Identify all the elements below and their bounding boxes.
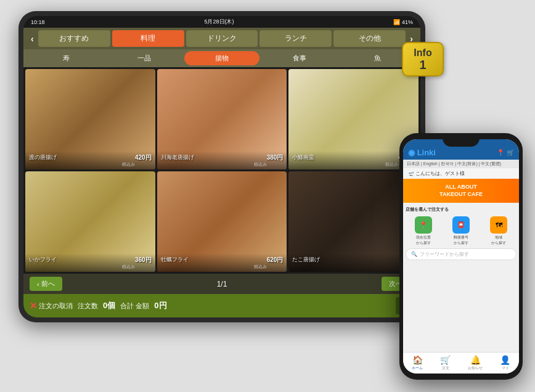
location-icon-circle: 📍	[415, 216, 432, 234]
phone-icon-region[interactable]: 🗺 地域から探す	[490, 216, 507, 246]
phone-nav-notice[interactable]: 🔔 お知らせ	[468, 355, 483, 371]
cat-prev-arrow[interactable]: ‹	[28, 34, 36, 44]
status-bar: 10:18 5月28日(木) 📶 41%	[23, 16, 420, 28]
region-icon-label: 地域から探す	[491, 235, 506, 246]
food-item-ebi[interactable]: 380円 川海老唐揚げ 税込み	[157, 69, 287, 169]
phone-nav-my[interactable]: 👤 マイ	[500, 355, 510, 371]
sub-category-nav: 寿 一品 揚物 食事 魚	[23, 49, 420, 67]
cancel-label: 注文の取消	[39, 301, 73, 311]
cat-btn-lunch[interactable]: ランチ	[259, 30, 332, 47]
notice-icon: 🔔	[470, 355, 481, 365]
linko-logo: ◉ Linki	[408, 148, 436, 157]
sub-btn-shokuji[interactable]: 食事	[262, 51, 337, 65]
food-name-ika: いかフライ	[29, 256, 152, 264]
tablet-screen: 10:18 5月28日(木) 📶 41% ‹ おすすめ 料理 ドリンク ランチ …	[23, 16, 420, 317]
order-total-label: 合計 金額	[120, 301, 149, 311]
tablet: 10:18 5月28日(木) 📶 41% ‹ おすすめ 料理 ドリンク ランチ …	[18, 11, 425, 322]
nav-my-label: マイ	[502, 365, 509, 371]
food-name-karaage: 渡の唐揚げ	[29, 153, 152, 161]
lang-options: 日本語 | English | 한국어 | 中文(简体) | 中文(繁體)	[407, 161, 501, 167]
search-placeholder: フリーワードから探す	[420, 251, 469, 258]
cat-btn-other[interactable]: その他	[333, 30, 406, 47]
wifi-icon: 📶	[393, 19, 400, 25]
phone-notch	[443, 133, 480, 147]
sub-btn-ippin[interactable]: 一品	[106, 51, 181, 65]
phone-bottom-nav: 🏠 ホーム 🛒 注文 🔔 お知らせ 👤 マイ	[403, 352, 519, 374]
greeting-icon: 🛫	[408, 171, 414, 176]
phone-content: 店舗を選んで注文する 📍 現在位置から探す 📮 郵便番号から探す 🗺 地域から探…	[403, 203, 519, 352]
smartphone: ◉ Linki 📍 🛒 日本語 | English | 한국어 | 中文(简体)…	[399, 133, 523, 380]
order-bar: ✕ 注文の取消 注文数 0個 合計 金額 0円 注	[23, 294, 420, 317]
phone-icons-row: 📍 現在位置から探す 📮 郵便番号から探す 🗺 地域から探す	[406, 216, 517, 246]
prev-arrow-icon: ‹	[37, 280, 39, 288]
food-price-karaage: 420円	[135, 153, 152, 162]
food-price-ika: 360円	[135, 256, 152, 264]
food-name-nanban: 小鯵南蛮	[292, 153, 415, 161]
food-name-ebi: 川海老唐揚げ	[161, 153, 284, 161]
status-time: 10:18	[31, 19, 45, 25]
linko-accent: ◉	[408, 148, 415, 157]
phone-search-bar[interactable]: 🔍 フリーワードから探す	[406, 248, 517, 260]
phone-lang-bar: 日本語 | English | 한국어 | 中文(简体) | 中文(繁體)	[403, 160, 519, 168]
food-pricesub-kaki: 税込み	[161, 264, 284, 270]
status-date: 5月28日(木)	[204, 18, 234, 26]
phone-banner: ALL ABOUT TAKEOUT CAFE	[403, 179, 519, 203]
main-category-nav: ‹ おすすめ 料理 ドリンク ランチ その他 ›	[23, 28, 420, 49]
sub-btn-agemono[interactable]: 揚物	[184, 51, 259, 65]
order-count-label: 注文数	[78, 301, 98, 311]
food-price-ebi: 380円	[267, 153, 284, 162]
status-right: 📶 41%	[393, 19, 413, 25]
banner-line1: ALL ABOUT	[439, 184, 483, 191]
phone-header-icons: 📍 🛒	[497, 149, 514, 156]
phone-cart-icon: 🛒	[507, 149, 514, 156]
phone-icon-location[interactable]: 📍 現在位置から探す	[415, 216, 432, 246]
page-indicator: 1/1	[62, 280, 382, 288]
pagination-bar: ‹ 前へ 1/1 次へ ›	[23, 274, 420, 294]
search-icon: 🔍	[411, 251, 417, 257]
food-item-ika[interactable]: 360円 いかフライ 税込み	[25, 171, 155, 272]
info-number: 1	[419, 59, 426, 71]
food-name-tako: たこ唐揚げ	[292, 256, 415, 264]
food-price-kaki: 620円	[267, 256, 284, 264]
food-pricesub-karaage: 税込み	[29, 161, 152, 168]
phone-greeting: 🛫 こんにちは、ゲスト様	[403, 168, 519, 179]
cat-btn-osusume[interactable]: おすすめ	[38, 30, 110, 47]
postal-icon-label: 郵便番号から探す	[454, 235, 468, 246]
order-count-value: 0個	[103, 300, 115, 311]
home-icon: 🏠	[412, 355, 423, 365]
banner-line2: TAKEOUT CAFE	[439, 191, 483, 198]
phone-nav-home[interactable]: 🏠 ホーム	[412, 355, 423, 371]
phone-nav-order[interactable]: 🛒 注文	[440, 355, 451, 371]
postal-icon-circle: 📮	[452, 216, 470, 234]
cat-btn-ryori[interactable]: 料理	[112, 30, 184, 47]
nav-notice-label: お知らせ	[468, 365, 483, 371]
battery-status: 41%	[402, 19, 413, 25]
food-pricesub-ika: 税込み	[29, 264, 152, 270]
order-icon: 🛒	[440, 355, 451, 365]
sub-btn-kotobuki[interactable]: 寿	[28, 51, 104, 65]
phone-location-icon: 📍	[497, 149, 504, 156]
nav-home-label: ホーム	[412, 365, 423, 371]
phone-section-title: 店舗を選んで注文する	[406, 205, 517, 214]
nav-order-label: 注文	[442, 365, 449, 371]
my-icon: 👤	[500, 355, 510, 365]
prev-page-button[interactable]: ‹ 前へ	[30, 277, 62, 291]
food-item-karaage[interactable]: 420円 渡の唐揚げ 税込み	[25, 69, 155, 169]
food-grid: 420円 渡の唐揚げ 税込み 380円 川海老唐揚げ 税込み	[23, 67, 420, 274]
cancel-order-button[interactable]: ✕ 注文の取消	[30, 301, 73, 311]
banner-text: ALL ABOUT TAKEOUT CAFE	[439, 184, 483, 198]
info-button[interactable]: Info 1	[402, 42, 444, 76]
food-pricesub-tako: 税込み	[292, 264, 415, 270]
location-icon-label: 現在位置から探す	[416, 235, 431, 246]
food-pricesub-nanban: 税込み	[292, 161, 415, 168]
region-icon-circle: 🗺	[490, 216, 507, 234]
info-label: Info	[414, 47, 431, 59]
greeting-text: こんにちは、ゲスト様	[415, 171, 465, 176]
cat-btn-drink[interactable]: ドリンク	[186, 30, 258, 47]
phone-icon-postal[interactable]: 📮 郵便番号から探す	[452, 216, 470, 246]
scene: 10:18 5月28日(木) 📶 41% ‹ おすすめ 料理 ドリンク ランチ …	[0, 0, 535, 392]
food-item-kaki[interactable]: 620円 牡蠣フライ 税込み	[157, 171, 287, 272]
food-pricesub-ebi: 税込み	[161, 161, 284, 168]
cancel-x-icon: ✕	[30, 301, 37, 311]
food-name-kaki: 牡蠣フライ	[161, 256, 284, 264]
